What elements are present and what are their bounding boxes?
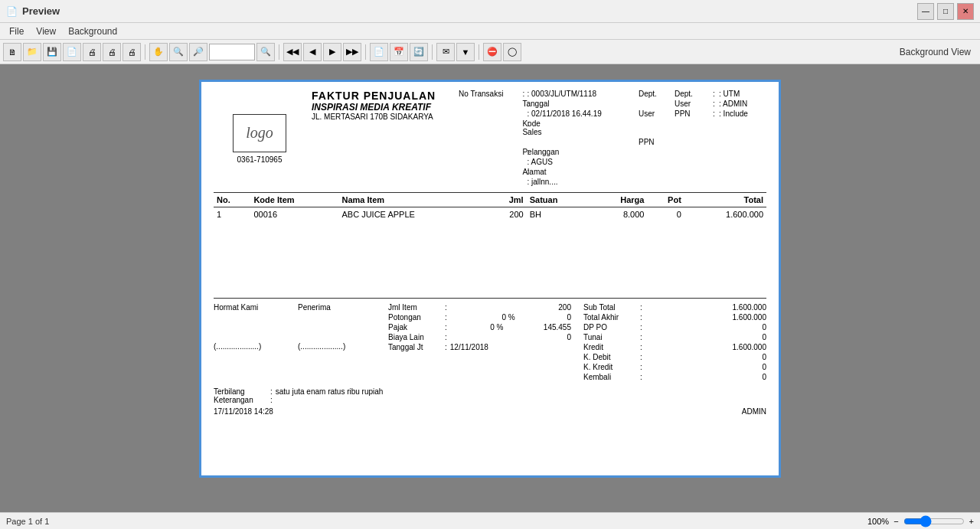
logo-box: logo <box>233 114 286 152</box>
biaya-lain-label: Biaya Lain <box>388 333 442 341</box>
restore-button[interactable]: □ <box>937 3 954 20</box>
pajak-value: 145.455 <box>544 323 571 331</box>
dp-po-colon: : <box>640 323 642 331</box>
hormat-kami-label: Hormat Kami <box>214 303 298 312</box>
zoom-in-button[interactable]: 🔍 <box>169 43 188 61</box>
biaya-lain-colon: : <box>445 333 447 341</box>
alamat-value: : jallnn.... <box>527 178 637 186</box>
sub-total-label: Sub Total <box>583 303 637 312</box>
row-no: 1 <box>214 207 250 222</box>
print-button[interactable]: 🖨 <box>83 43 101 61</box>
dp-po-label: DP PO <box>583 323 637 331</box>
company-address: JL. MERTASARI 170B SIDAKARYA <box>312 113 459 121</box>
col-nama: Nama Item <box>339 193 488 207</box>
tanggal-jt-value: 12/11/2018 <box>450 343 488 351</box>
zoom-reset-button[interactable]: 🔍 <box>256 43 275 61</box>
k-debit-colon: : <box>640 353 642 361</box>
close-button[interactable]: ✕ <box>957 3 974 20</box>
jml-item-value: 200 <box>450 303 571 312</box>
total-akhir-value: 1.600.000 <box>645 313 766 322</box>
no-transaksi-label: No Transaksi <box>459 90 521 98</box>
kembali-colon: : <box>640 373 642 381</box>
invoice-footer: Hormat Kami Penerima (..................… <box>214 298 766 383</box>
menu-background[interactable]: Background <box>62 24 123 38</box>
row-nama: ABC JUICE APPLE <box>339 207 488 222</box>
separator-3 <box>365 44 366 60</box>
save-button[interactable]: 💾 <box>43 43 61 61</box>
new-button[interactable]: 🗎 <box>3 43 21 61</box>
terbilang-value: satu juta enam ratus ribu rupiah <box>276 387 384 396</box>
next-page-button[interactable]: ▶ <box>323 43 341 61</box>
refresh-button[interactable]: 🔄 <box>410 43 428 61</box>
col-jml: Jml <box>488 193 527 207</box>
pan-button[interactable]: ✋ <box>149 43 168 61</box>
pelanggan-value: : AGUS <box>527 158 637 166</box>
footer-signatures: Hormat Kami Penerima (..................… <box>214 303 382 383</box>
pajak-colon: : <box>445 323 447 331</box>
terbilang-colon: : <box>270 387 273 396</box>
k-kredit-value: 0 <box>645 363 766 371</box>
menu-bar: File View Background <box>0 23 980 40</box>
bottom-row: 17/11/2018 14:28 ADMIN <box>214 407 766 416</box>
company-name: INSPIRASI MEDIA KREATIF <box>312 102 459 113</box>
menu-file[interactable]: File <box>3 24 30 38</box>
ppn-value-r: : Include <box>717 109 766 118</box>
print2-button[interactable]: 🖨 <box>103 43 121 61</box>
terbilang-section: Terbilang : satu juta enam ratus ribu ru… <box>214 387 766 404</box>
tanggal-label: Tanggal <box>522 100 525 108</box>
email-dropdown[interactable]: ▼ <box>456 43 475 61</box>
export-button[interactable]: 📄 <box>63 43 81 61</box>
stop-button[interactable]: ⛔ <box>483 43 501 61</box>
separator-1 <box>145 44 145 60</box>
timestamp: 17/11/2018 14:28 <box>214 407 273 416</box>
kode-sales-value <box>527 138 637 146</box>
document: logo 0361-710965 FAKTUR PENJUALAN INSPIR… <box>201 82 779 423</box>
keterangan-colon: : <box>270 396 273 404</box>
operator: ADMIN <box>742 407 766 416</box>
col-no: No. <box>214 193 250 207</box>
export2-button[interactable]: 📄 <box>370 43 388 61</box>
zoom-minus-icon[interactable]: − <box>893 517 898 526</box>
menu-view[interactable]: View <box>30 24 62 38</box>
footer-middle: Jml Item : 200 Potongan : 0 % 0 Pajak : … <box>382 303 571 383</box>
row-pot: 0 <box>647 207 684 222</box>
tanggal-jt-colon: : <box>445 343 447 351</box>
zoom-plus-icon[interactable]: + <box>969 517 974 526</box>
help-button[interactable]: ◯ <box>503 43 521 61</box>
open-button[interactable]: 📁 <box>23 43 41 61</box>
no-transaksi-value: : 0003/JL/UTM/1118 <box>527 90 637 98</box>
k-kredit-label: K. Kredit <box>583 363 637 371</box>
user-value-r: : ADMIN <box>717 100 766 108</box>
col-pot: Pot <box>647 193 684 207</box>
tunai-value: 0 <box>645 333 766 341</box>
kembali-value: 0 <box>645 373 766 381</box>
sig1: (....................) <box>214 342 298 351</box>
import-button[interactable]: 📅 <box>390 43 408 61</box>
first-page-button[interactable]: ◀◀ <box>283 43 302 61</box>
zoom-slider[interactable] <box>903 515 965 527</box>
potongan-label: Potongan <box>388 313 442 322</box>
dept-label: Dept. <box>639 90 675 98</box>
last-page-button[interactable]: ▶▶ <box>343 43 361 61</box>
logo-text: logo <box>246 124 273 142</box>
sub-total-colon: : <box>640 303 642 312</box>
k-kredit-colon: : <box>640 363 642 371</box>
invoice-details: No Transaksi : : 0003/JL/UTM/1118 Dept. … <box>459 90 675 188</box>
zoom-input[interactable]: 100% <box>209 44 255 60</box>
invoice-table: No. Kode Item Nama Item Jml Satuan Harga… <box>214 192 766 298</box>
email-button[interactable]: ✉ <box>436 43 455 61</box>
print3-button[interactable]: 🖨 <box>122 43 141 61</box>
col-harga: Harga <box>591 193 648 207</box>
col-satuan: Satuan <box>527 193 591 207</box>
background-view-label: Background View <box>900 47 977 57</box>
title-bar: 📄 Preview — □ ✕ <box>0 0 980 23</box>
potongan-pct: 0 % <box>450 313 567 322</box>
separator-4 <box>432 44 433 60</box>
minimize-button[interactable]: — <box>917 3 934 20</box>
zoom-icon: 🔎 <box>189 43 207 61</box>
user-label-r: User <box>675 100 711 108</box>
prev-page-button[interactable]: ◀ <box>303 43 322 61</box>
row-total: 1.600.000 <box>684 207 766 222</box>
company-phone: 0361-710965 <box>237 155 283 164</box>
zoom-percent: 100% <box>867 517 889 526</box>
